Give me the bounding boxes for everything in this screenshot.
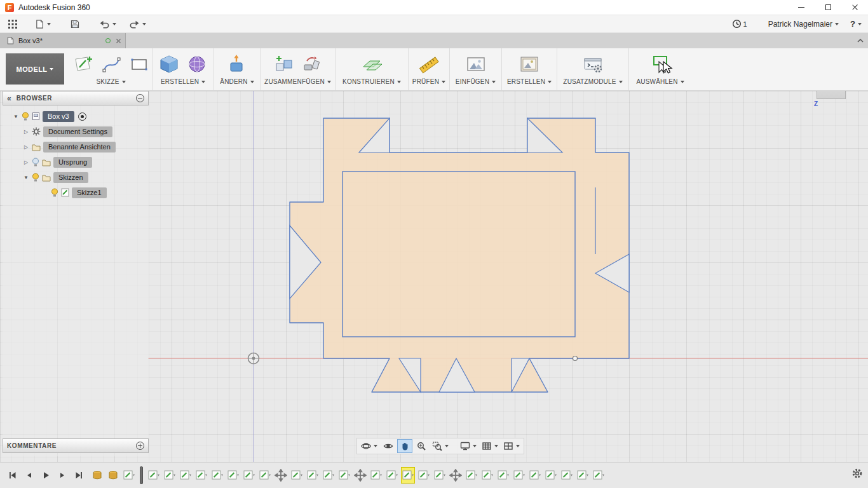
user-menu-button[interactable]: Patrick Nagelmaier — [768, 20, 839, 29]
file-menu-button[interactable] — [32, 17, 54, 32]
browser-row-origin[interactable]: ▷ Ursprung — [3, 154, 149, 170]
visibility-bulb-icon[interactable] — [32, 173, 39, 182]
document-tab[interactable]: Box v3* — [0, 33, 126, 48]
skizze-dropdown[interactable]: SKIZZE — [96, 78, 125, 85]
browser-item-label[interactable]: Document Settings — [43, 126, 112, 137]
close-button[interactable] — [841, 0, 868, 15]
maximize-button[interactable] — [815, 0, 841, 15]
browser-item-label[interactable]: Ursprung — [53, 157, 92, 168]
timeline-item-sketch[interactable] — [369, 467, 383, 484]
new-component-button[interactable] — [272, 52, 296, 76]
timeline-item-sketch[interactable] — [528, 467, 542, 484]
timeline-item-sketch[interactable] — [226, 467, 240, 484]
timeline-item-sketch[interactable] — [512, 467, 526, 484]
browser-item-label[interactable]: Box v3 — [43, 111, 74, 122]
timeline-item-sketch[interactable] — [544, 467, 558, 484]
visibility-bulb-icon[interactable] — [22, 112, 29, 121]
collapse-icon[interactable]: ▷ — [23, 159, 29, 165]
browser-row-sketch1[interactable]: Skizze1 — [3, 185, 149, 200]
help-menu-button[interactable]: ? — [850, 19, 862, 29]
timeline-item-sketch[interactable] — [496, 467, 510, 484]
create-sketch-button[interactable] — [71, 52, 95, 76]
grid-settings-button[interactable] — [480, 439, 500, 453]
timeline-item-sketch[interactable] — [147, 467, 161, 484]
sketch-spline-button[interactable] — [99, 52, 123, 76]
timeline-item-sketch[interactable] — [560, 467, 574, 484]
timeline-item-sketch[interactable] — [480, 467, 494, 484]
solid-box-button[interactable] — [157, 52, 181, 76]
timeline-item-sketch[interactable] — [258, 467, 272, 484]
expand-icon[interactable]: ▼ — [23, 175, 29, 180]
browser-item-label[interactable]: Skizze1 — [72, 187, 107, 198]
timeline-item-sketch[interactable] — [465, 467, 478, 484]
step-forward-button[interactable] — [55, 467, 70, 484]
job-status-button[interactable]: 1 — [729, 17, 750, 32]
timeline-settings-icon[interactable] — [851, 468, 863, 482]
undo-button[interactable] — [96, 17, 119, 32]
insert-image-button[interactable] — [464, 52, 488, 76]
activate-component-icon[interactable] — [78, 112, 86, 121]
timeline-position-marker[interactable] — [140, 466, 143, 484]
press-pull-button[interactable] — [225, 52, 249, 76]
timeline-item-sketch[interactable] — [242, 467, 256, 484]
zusammenfuegen-dropdown[interactable]: ZUSAMMENFÜGEN — [264, 78, 331, 85]
einfuegen-dropdown[interactable]: EINFÜGEN — [456, 78, 496, 85]
browser-row-named-views[interactable]: ▷ Benannte Ansichten — [3, 139, 149, 154]
pan-button[interactable] — [397, 439, 412, 453]
timeline-item-component[interactable] — [106, 467, 120, 484]
aendern-dropdown[interactable]: ÄNDERN — [220, 78, 254, 85]
timeline-item-move[interactable] — [353, 467, 367, 484]
erstellen2-dropdown[interactable]: ERSTELLEN — [507, 78, 552, 85]
browser-row-root[interactable]: ▼ Box v3 — [3, 109, 149, 124]
timeline-item-sketch[interactable] — [290, 467, 304, 484]
timeline-item-sketch[interactable] — [306, 467, 320, 484]
timeline-item-sketch[interactable] — [433, 467, 447, 484]
add-comment-icon[interactable] — [136, 442, 144, 450]
zusatzmodule-dropdown[interactable]: ZUSATZMODULE — [563, 78, 622, 85]
timeline-item-move[interactable] — [274, 467, 288, 484]
timeline-item-sketch[interactable] — [163, 467, 177, 484]
drawing-button[interactable] — [517, 52, 541, 76]
visibility-bulb-icon[interactable] — [32, 158, 39, 167]
origin-marker[interactable] — [248, 353, 259, 364]
workspace-selector[interactable]: MODELL — [6, 53, 64, 85]
timeline-item-sketch[interactable] — [385, 467, 399, 484]
sketch-profile[interactable] — [290, 118, 629, 392]
select-button[interactable] — [648, 52, 672, 76]
timeline-item-component[interactable] — [90, 467, 104, 484]
skip-to-start-button[interactable] — [5, 467, 20, 484]
timeline-item-sketch[interactable] — [576, 467, 590, 484]
skip-to-end-button[interactable] — [71, 467, 86, 484]
redo-button[interactable] — [126, 17, 149, 32]
browser-item-label[interactable]: Benannte Ansichten — [43, 142, 116, 152]
timeline-item-sketch[interactable] — [337, 467, 351, 484]
timeline-item-sketch[interactable] — [592, 467, 606, 484]
timeline-item-sketch[interactable] — [122, 467, 136, 484]
timeline-item-sketch[interactable] — [417, 467, 431, 484]
viewports-button[interactable] — [501, 439, 522, 453]
timeline-item-sketch[interactable] — [322, 467, 336, 484]
tab-close-icon[interactable] — [116, 38, 121, 44]
step-back-button[interactable] — [22, 467, 37, 484]
timeline-item-sketch[interactable] — [194, 467, 208, 484]
zoom-window-button[interactable] — [430, 439, 451, 453]
erstellen-dropdown[interactable]: ERSTELLEN — [161, 78, 205, 85]
joint-button[interactable] — [300, 52, 324, 76]
visibility-bulb-icon[interactable] — [51, 188, 58, 198]
save-button[interactable] — [67, 17, 83, 32]
expand-icon[interactable]: ▼ — [13, 114, 19, 119]
scripts-addins-button[interactable] — [581, 52, 605, 76]
look-at-button[interactable] — [381, 439, 396, 453]
timeline-item-sketch[interactable] — [210, 467, 224, 484]
sketch-point[interactable] — [573, 356, 578, 361]
construction-plane-button[interactable] — [360, 52, 384, 76]
collapse-browser-icon[interactable]: « — [7, 94, 11, 103]
display-settings-button[interactable] — [458, 439, 478, 453]
browser-row-sketches[interactable]: ▼ Skizzen — [3, 170, 149, 185]
konstruieren-dropdown[interactable]: KONSTRUIEREN — [342, 78, 401, 85]
auswaehlen-dropdown[interactable]: AUSWÄHLEN — [636, 78, 684, 85]
app-grid-button[interactable] — [5, 17, 20, 32]
browser-item-label[interactable]: Skizzen — [53, 172, 88, 183]
play-button[interactable] — [38, 467, 53, 484]
timeline-item-sketch[interactable] — [401, 467, 415, 484]
